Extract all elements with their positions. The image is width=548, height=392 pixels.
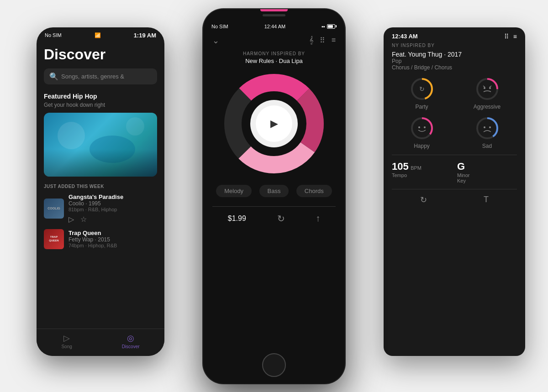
left-phone: No SIM 📶 1:19 AM Discover 🔍 Songs, artis…: [37, 27, 164, 356]
center-time: 12:44 AM: [264, 24, 285, 29]
track-info-gangsta: Gangsta's Paradise Coolio · 1995 81bpm ·…: [68, 193, 157, 224]
track-name-gangsta: Gangsta's Paradise: [68, 193, 157, 200]
svg-point-23: [484, 126, 485, 128]
speaker: [263, 14, 285, 16]
refresh-icon-right[interactable]: ↻: [420, 195, 427, 205]
stat-bpm-unit: BPM: [411, 165, 422, 171]
play-icon-gangsta[interactable]: ▷: [68, 215, 74, 224]
mood-dial-party: ↻: [409, 76, 435, 102]
mood-dial-sad: [474, 115, 500, 141]
mood-aggressive[interactable]: Aggressive: [457, 76, 517, 110]
home-button[interactable]: [262, 353, 286, 377]
right-status-bar: 12:43 AM ⠿ ≡: [384, 27, 525, 43]
stat-key-unit: Minor: [457, 172, 517, 178]
track-info-trap: Trap Queen Fetty Wap · 2015 74bpm · Hiph…: [68, 230, 157, 248]
tab-melody[interactable]: Melody: [216, 185, 252, 197]
right-song-info: Feat. Young Thug · 2017 Pop Chorus / Bri…: [392, 51, 517, 71]
center-carrier: No SIM: [211, 24, 228, 29]
price-value[interactable]: $1.99: [228, 214, 246, 223]
settings-icon[interactable]: ≡: [332, 36, 336, 45]
back-icon[interactable]: ⌄: [212, 36, 219, 46]
svg-line-15: [483, 86, 485, 87]
track-actions-gangsta: ▷ ☆: [68, 215, 157, 224]
svg-text:↻: ↻: [419, 85, 425, 93]
search-bar[interactable]: 🔍 Songs, artists, genres &: [44, 68, 157, 84]
nav-song[interactable]: ▷ Song: [61, 333, 72, 349]
right-harmony-label: NY INSPIRED BY: [392, 43, 517, 48]
metronome-icon[interactable]: 𝄞: [309, 36, 313, 45]
nav-discover-label: Discover: [122, 344, 140, 349]
track-meta-gangsta: 81bpm · R&B, Hiphop: [68, 207, 157, 212]
left-time: 1:19 AM: [134, 32, 156, 39]
right-song-year: Feat. Young Thug · 2017: [392, 51, 517, 58]
right-bottom-icons: ↻ T: [392, 189, 517, 205]
track-thumb-trap: TRAPQUEEN: [44, 229, 64, 249]
tab-chords[interactable]: Chords: [296, 185, 332, 197]
track-artist-gangsta: Coolio · 1995: [68, 200, 157, 207]
stat-bpm: 105 BPM Tempo: [392, 161, 452, 183]
track-name-trap: Trap Queen: [68, 230, 157, 236]
center-topbar: ⌄ 𝄞 ⠿ ≡: [212, 32, 336, 51]
svg-point-13: [484, 87, 485, 89]
mood-happy[interactable]: Happy: [392, 115, 452, 149]
stat-bpm-val: 105: [392, 161, 409, 172]
song-ref: New Rules · Dua Lipa: [212, 57, 336, 64]
harmony-label: HARMONY INSPIRED BY: [212, 51, 336, 56]
star-icon-gangsta[interactable]: ☆: [80, 215, 87, 224]
share-icon[interactable]: ↑: [316, 213, 320, 224]
right-grid-icon[interactable]: ⠿: [504, 33, 509, 40]
featured-image-art: [44, 113, 157, 177]
search-icon: 🔍: [49, 72, 58, 81]
left-carrier: No SIM: [45, 32, 62, 38]
nav-song-icon: ▷: [63, 333, 70, 343]
mood-dial-happy: [409, 115, 435, 141]
play-icon: ▶: [270, 118, 278, 130]
mood-label-party: Party: [415, 104, 428, 110]
scene: No SIM 📶 1:19 AM Discover 🔍 Songs, artis…: [23, 9, 525, 383]
track-artist-trap: Fetty Wap · 2015: [68, 236, 157, 243]
center-status-bar: No SIM 12:44 AM ▪▪: [203, 22, 345, 32]
mood-grid: ↻ Party: [392, 76, 517, 149]
tab-bass[interactable]: Bass: [259, 185, 289, 197]
mood-dial-aggressive: [474, 76, 500, 102]
right-time: 12:43 AM: [392, 33, 418, 40]
mood-sad[interactable]: Sad: [457, 115, 517, 149]
donut-chart[interactable]: ▶: [224, 73, 324, 174]
tab-row: Melody Bass Chords: [212, 185, 336, 197]
mood-label-happy: Happy: [414, 143, 430, 149]
stat-key-label: Key: [457, 178, 517, 183]
mood-label-aggressive: Aggressive: [474, 104, 501, 110]
refresh-icon[interactable]: ↻: [277, 213, 285, 224]
home-indicator: [262, 353, 286, 377]
svg-point-14: [489, 87, 491, 89]
price-row: $1.99 ↻ ↑: [212, 206, 336, 230]
nav-discover-icon: ◎: [127, 333, 134, 343]
center-phone: No SIM 12:44 AM ▪▪ ⌄ 𝄞 ⠿ ≡ HARMONY INSPI…: [203, 9, 345, 383]
track-item-trap[interactable]: TRAPQUEEN Trap Queen Fetty Wap · 2015 74…: [44, 229, 157, 249]
svg-line-16: [490, 86, 491, 87]
svg-point-24: [489, 126, 491, 128]
grid-icon[interactable]: ⠿: [320, 36, 325, 45]
track-meta-trap: 74bpm · Hiphop, R&B: [68, 243, 157, 248]
wifi-icon: ▪▪: [321, 24, 325, 29]
svg-point-19: [418, 126, 420, 128]
battery-icon: [327, 24, 337, 29]
nav-discover[interactable]: ◎ Discover: [122, 333, 140, 349]
stat-key-val: G: [457, 161, 465, 172]
right-settings-icon[interactable]: ≡: [513, 33, 517, 40]
text-icon-right[interactable]: T: [484, 195, 489, 205]
stat-bpm-label: Tempo: [392, 172, 452, 178]
pink-accent-tab: [260, 9, 288, 11]
svg-point-20: [424, 126, 426, 128]
featured-image[interactable]: [44, 113, 157, 177]
featured-label: Featured Hip Hop: [44, 93, 157, 100]
svg-point-1: [90, 136, 135, 163]
track-item-gangsta[interactable]: COOLIG Gangsta's Paradise Coolio · 1995 …: [44, 193, 157, 224]
play-button[interactable]: ▶: [256, 105, 292, 142]
featured-sub: Get your hook down right: [44, 102, 157, 108]
right-song-genre: Pop: [392, 58, 517, 64]
svg-point-0: [58, 122, 85, 149]
mood-label-sad: Sad: [482, 143, 492, 149]
mood-party[interactable]: ↻ Party: [392, 76, 452, 110]
right-screen: NY INSPIRED BY Feat. Young Thug · 2017 P…: [384, 43, 525, 205]
